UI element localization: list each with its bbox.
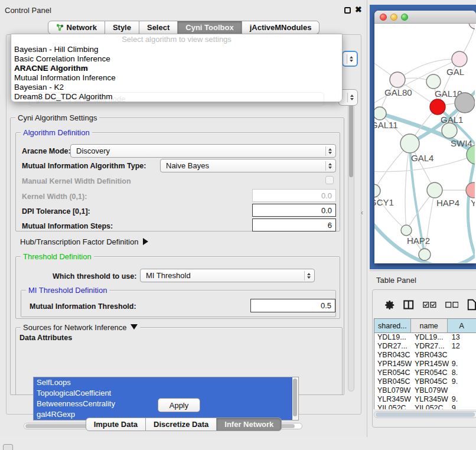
column-header-1[interactable]: shared... (374, 319, 411, 333)
hub-transcription-factor-section[interactable]: Hub/Transcription Factor Definition (20, 237, 148, 246)
stepper-icon (304, 271, 312, 281)
tab-cyni-toolbox[interactable]: Cyni Toolbox (178, 21, 242, 34)
tab-jactivemnodules[interactable]: jActiveMNodules (242, 21, 320, 34)
algorithm-definition-group: Algorithm Definition Aracne Mode: Discov… (15, 132, 340, 231)
tab-discretize-data[interactable]: Discretize Data (146, 418, 217, 431)
dpi-tolerance-field[interactable]: 0.0 (252, 204, 336, 217)
table-row[interactable]: YER054CYER054C8. (374, 369, 476, 377)
kernel-width-field[interactable]: 0.0 (252, 189, 336, 202)
table-cell (449, 386, 476, 395)
node-gcy1[interactable] (374, 184, 380, 197)
mi-threshold-field[interactable]: 0.5 (250, 299, 335, 312)
aracne-mode-value: Discovery (76, 146, 110, 155)
node-gal10[interactable] (426, 74, 441, 89)
table-row[interactable]: YIL052CYIL052C9 (374, 404, 476, 409)
algorithm-option-5[interactable]: Bayesian - K2 (11, 83, 342, 92)
split-columns-icon[interactable] (403, 299, 413, 310)
tab-label: Select (147, 23, 169, 32)
data-attribute-item[interactable]: TopologicalCoefficient (34, 388, 292, 399)
network-graph: GALGAL80GAL10GAL1GAL11SWI4GAL4GCY1HAP4YH… (374, 24, 475, 263)
node-label-gal80: GAL80 (384, 87, 412, 97)
expand-right-icon[interactable] (143, 238, 148, 245)
algorithm-option-4[interactable]: Mutual Information Inference (11, 73, 342, 83)
node-hap2[interactable] (401, 225, 412, 236)
bottom-tab-bar: Impute DataDiscretize DataInfer Network (0, 418, 367, 431)
node-node-bottom[interactable] (419, 249, 431, 260)
mi-algorithm-type-value: Naive Bayes (166, 161, 209, 170)
table-row[interactable]: YDL19...YDL19...13 (374, 333, 476, 342)
divider-collapse-icon[interactable]: ‹ (361, 208, 363, 217)
which-threshold-combo[interactable]: MI Threshold (140, 269, 315, 282)
network-window[interactable]: GALGAL80GAL10GAL1GAL11SWI4GAL4GCY1HAP4YH… (374, 11, 476, 263)
file-icon[interactable] (467, 298, 476, 311)
table-horizontal-scrollbar[interactable] (374, 411, 476, 418)
mi-threshold-definition-title: MI Threshold Definition (26, 286, 109, 295)
scrollbar-thumb[interactable] (376, 412, 475, 417)
mi-algorithm-type-label: Mutual Information Algorithm Type: (22, 162, 146, 170)
collapse-down-icon[interactable] (131, 324, 138, 330)
sources-title[interactable]: Sources for Network Inference (21, 323, 140, 332)
tab-label: Impute Data (94, 420, 138, 429)
tab-infer-network[interactable]: Infer Network (217, 418, 282, 431)
dpi-tolerance-label: DPI Tolerance [0,1]: (22, 207, 90, 216)
deselect-all-boxes-icon[interactable] (445, 301, 459, 309)
node-gal11[interactable] (374, 107, 386, 120)
minimized-panel-icon[interactable] (3, 444, 13, 450)
mi-algorithm-type-combo[interactable]: Naive Bayes (160, 159, 336, 172)
table-cell: YBR045C (412, 377, 449, 386)
tab-select[interactable]: Select (139, 21, 178, 34)
inference-algorithm-combo-fragment[interactable] (342, 51, 358, 67)
sources-title-text: Sources for Network Inference (23, 323, 127, 332)
settings-vertical-scrollbar[interactable] (348, 102, 354, 392)
table-row[interactable]: YBR045CYBR045C9. (374, 377, 476, 386)
dpi-tolerance-value: 0.0 (321, 206, 332, 215)
table-row[interactable]: YBL079WYBL079W (374, 386, 476, 395)
column-header-3[interactable]: A (448, 319, 476, 333)
tab-impute-data[interactable]: Impute Data (86, 418, 146, 431)
node-gray-node[interactable] (455, 93, 475, 113)
minimize-traffic-light-icon[interactable] (390, 14, 397, 21)
node-gal4[interactable] (400, 134, 419, 153)
node-gal-cut[interactable] (452, 51, 467, 67)
float-window-icon[interactable] (344, 7, 351, 14)
scrollbar-thumb[interactable] (293, 379, 297, 416)
node-label-hap4: HAP4 (436, 198, 459, 208)
aracne-mode-combo[interactable]: Discovery (70, 144, 336, 158)
aracne-mode-label: Aracne Mode: (22, 147, 71, 155)
table-cell: YBL079W (374, 386, 412, 395)
table-panel-titlebar: Table Panel (370, 270, 476, 288)
node-node-top-right[interactable] (469, 24, 475, 29)
tab-network[interactable]: Network (48, 21, 105, 34)
column-header-2[interactable]: name (411, 319, 448, 333)
tab-style[interactable]: Style (105, 21, 139, 34)
close-icon[interactable]: ✖ (355, 5, 362, 14)
algorithm-option-2[interactable]: Basic Correlation Inference (11, 54, 342, 64)
zoom-traffic-light-icon[interactable] (401, 14, 408, 21)
table-row[interactable]: YBR043CYBR043C (374, 351, 476, 360)
table-row[interactable]: YLR345WYLR345W9. (374, 395, 476, 404)
manual-kernel-width-checkbox[interactable] (325, 176, 334, 184)
gear-icon[interactable] (384, 299, 395, 311)
close-traffic-light-icon[interactable] (380, 14, 387, 21)
network-window-titlebar[interactable] (374, 11, 476, 24)
network-canvas[interactable]: GALGAL80GAL10GAL1GAL11SWI4GAL4GCY1HAP4YH… (374, 24, 475, 263)
tab-label: jActiveMNodules (250, 23, 312, 32)
node-gal1[interactable] (430, 99, 445, 115)
kernel-width-label: Kernel Width (0,1): (22, 193, 87, 201)
data-attribute-item[interactable]: SelfLoops (34, 377, 292, 388)
scrollbar-thumb[interactable] (349, 104, 353, 177)
attributes-vertical-scrollbar[interactable] (292, 378, 298, 419)
node-gal80[interactable] (390, 72, 405, 87)
node-swi4[interactable] (442, 123, 457, 138)
node-hap4[interactable] (427, 182, 442, 198)
mi-steps-field[interactable]: 6 (252, 219, 336, 231)
select-all-checks-icon[interactable] (423, 301, 436, 309)
table-row[interactable]: YDR27...YDR27...12 (374, 342, 476, 351)
control-panel-titlebar: Control Panel ✖ (0, 4, 367, 19)
node-table[interactable]: shared...nameA YDL19...YDL19...13YDR27..… (374, 318, 476, 409)
stepper-icon (347, 54, 355, 64)
top-tab-bar: NetworkStyleSelectCyni ToolboxjActiveMNo… (0, 21, 367, 34)
apply-button[interactable]: Apply (158, 398, 200, 412)
algorithm-option-1[interactable]: Bayesian - Hill Climbing (11, 45, 342, 54)
table-row[interactable]: YPR145WYPR145W9. (374, 360, 476, 369)
